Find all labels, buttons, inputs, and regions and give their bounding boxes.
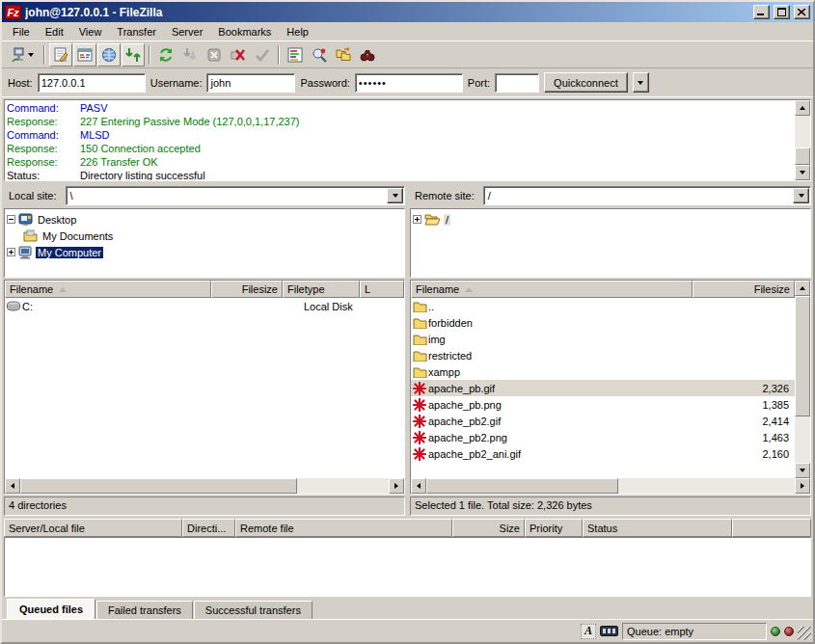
local-directory-tree[interactable]: Desktop My Documents My Computer [4,208,405,278]
queue-column-status[interactable]: Status [583,519,732,537]
remote-horizontal-scrollbar[interactable] [411,478,810,494]
host-input[interactable] [38,73,146,93]
remote-directory-tree[interactable]: / [410,208,811,278]
remote-site-combobox[interactable]: / [483,186,811,205]
remote-list-body[interactable]: .. forbidden img [411,298,795,478]
port-input[interactable] [495,73,539,93]
local-site-combobox[interactable]: \ [66,186,405,205]
local-site-row: Local site: \ [4,185,405,206]
expand-icon[interactable] [413,215,421,224]
site-manager-button[interactable] [5,43,40,67]
remote-row-parent-dir[interactable]: .. [411,298,795,314]
tree-label-my-documents[interactable]: My Documents [41,230,115,242]
username-input[interactable] [206,73,295,93]
menu-server[interactable]: Server [165,24,209,40]
tree-item-my-computer[interactable]: My Computer [7,244,402,260]
toggle-remote-tree-button[interactable] [97,43,121,67]
message-log-lines[interactable]: Command:PASV Response:227 Entering Passi… [5,100,795,180]
log-line: Response:150 Connection accepted [7,142,793,155]
queue-column-server-local-file[interactable]: Server/Local file [4,519,182,537]
remote-row-img[interactable]: img [411,331,795,347]
resize-grip[interactable] [798,627,811,640]
toolbar-separator [43,45,45,65]
apply-button[interactable] [251,43,274,67]
tree-item-root[interactable]: / [413,211,808,228]
remote-row-apache-pb-gif[interactable]: apache_pb.gif 2,326 [411,380,795,396]
log-line: Response:227 Entering Passive Mode (127,… [7,115,793,128]
local-column-filename[interactable]: Filename [5,281,211,298]
folder-icon [413,301,427,312]
queue-column-direction[interactable]: Directi... [182,519,235,537]
toggle-local-tree-button[interactable] [73,43,96,67]
remote-row-apache-pb-png[interactable]: apache_pb.png 1,385 [411,396,795,413]
tree-item-my-documents[interactable]: My Documents [7,228,402,244]
directory-listing-button[interactable] [284,43,307,67]
local-list-header: Filename Filesize Filetype L [5,281,404,298]
remote-column-filesize[interactable]: Filesize [693,281,795,298]
disconnect-button[interactable] [227,43,250,67]
log-vertical-scrollbar[interactable] [795,100,810,180]
scroll-left-icon [5,478,20,494]
queue-column-size[interactable]: Size [452,519,525,537]
tree-label-desktop[interactable]: Desktop [36,214,78,226]
local-site-dropdown-button[interactable] [387,188,403,203]
remote-row-apache-pb2-gif[interactable]: apache_pb2.gif 2,414 [411,413,795,429]
local-column-filesize[interactable]: Filesize [211,281,283,298]
remote-row-forbidden[interactable]: forbidden [411,314,795,331]
activity-led-green-icon [771,627,780,636]
filter-button[interactable] [308,43,331,67]
process-queue-button[interactable] [178,43,202,67]
remote-vertical-scrollbar[interactable] [795,281,810,478]
menu-bookmarks[interactable]: Bookmarks [211,24,278,40]
remote-site-value: / [484,190,792,201]
menu-transfer[interactable]: Transfer [110,24,163,40]
minimize-button[interactable] [753,5,770,19]
maximize-button[interactable] [774,5,790,19]
remote-row-apache-pb2-png[interactable]: apache_pb2.png 1,463 [411,429,795,445]
filter-icon [312,47,327,63]
password-input[interactable] [355,73,463,93]
remote-row-restricted[interactable]: restricted [411,347,795,363]
tab-successful-transfers[interactable]: Successful transfers [194,601,312,619]
scrollbar-thumb[interactable] [426,478,618,494]
tree-label-my-computer[interactable]: My Computer [36,247,103,258]
remote-row-xampp[interactable]: xampp [411,363,795,380]
queue-list-body[interactable] [4,537,811,597]
find-binoculars-icon [360,47,375,63]
quickconnect-dropdown-button[interactable] [633,72,649,93]
local-horizontal-scrollbar[interactable] [5,478,404,494]
tab-queued-files[interactable]: Queued files [7,599,95,619]
tree-label-root[interactable]: / [444,214,450,226]
tree-item-desktop[interactable]: Desktop [7,211,402,228]
queue-tabs: Queued files Failed transfers Successful… [4,597,811,619]
local-column-filetype[interactable]: Filetype [283,281,360,298]
apply-check-icon [255,47,270,63]
remote-column-filename[interactable]: Filename [411,281,693,298]
scrollbar-thumb[interactable] [795,148,810,165]
menu-view[interactable]: View [72,24,109,40]
cancel-button[interactable] [203,43,226,67]
local-list-body[interactable]: C: Local Disk [5,298,404,478]
menu-file[interactable]: File [6,24,37,40]
quickconnect-button[interactable]: Quickconnect [544,72,628,93]
tab-failed-transfers[interactable]: Failed transfers [96,601,193,619]
toggle-message-log-button[interactable] [49,43,72,67]
menu-help[interactable]: Help [280,24,315,40]
remote-row-apache-pb2-ani-gif[interactable]: apache_pb2_ani.gif 2,160 [411,445,795,462]
remote-site-dropdown-button[interactable] [793,188,809,203]
directory-comparison-button[interactable] [332,43,355,67]
title-bar[interactable]: Fz john@127.0.0.1 - FileZilla [2,2,813,22]
collapse-icon[interactable] [7,215,15,224]
expand-icon[interactable] [7,248,15,256]
refresh-button[interactable] [154,43,177,67]
find-button[interactable] [356,43,379,67]
queue-column-priority[interactable]: Priority [525,519,583,537]
scrollbar-thumb[interactable] [20,478,297,494]
menu-edit[interactable]: Edit [39,24,70,40]
local-column-last-modified[interactable]: L [360,281,404,298]
local-row-c-drive[interactable]: C: Local Disk [5,298,404,314]
close-button[interactable] [794,5,810,19]
toggle-transfer-queue-button[interactable] [122,43,145,67]
scrollbar-thumb[interactable] [795,296,810,416]
queue-column-remote-file[interactable]: Remote file [235,519,452,537]
